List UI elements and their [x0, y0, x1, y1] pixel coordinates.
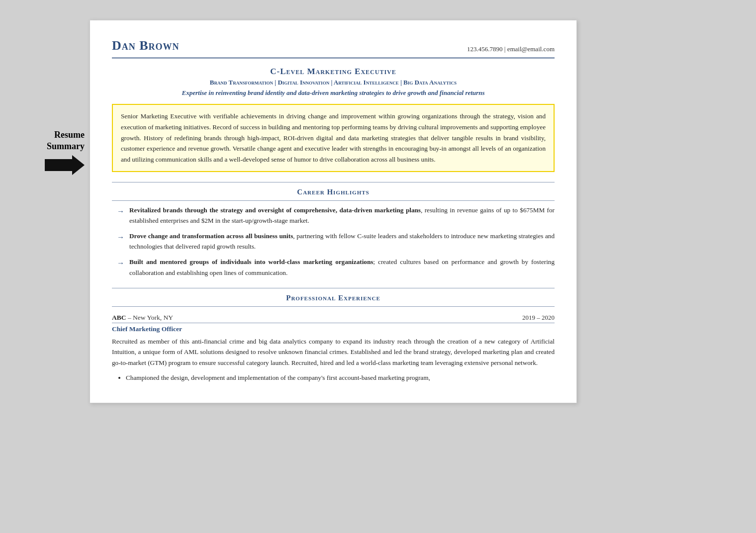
svg-marker-0 — [45, 155, 85, 175]
divider-top — [112, 182, 555, 182]
summary-text: Senior Marketing Executive with verifiab… — [121, 112, 546, 163]
bold-text: Revitalized brands through the strategy … — [129, 206, 421, 214]
annotation-arrow — [45, 155, 85, 175]
career-highlights-section: Career Highlights → Revitalized brands t… — [112, 182, 555, 288]
list-item: → Built and mentored groups of individua… — [117, 257, 555, 277]
contact-info: 123.456.7890 | email@email.com — [467, 45, 555, 53]
arrow-icon — [45, 155, 85, 175]
arrow-bullet-icon: → — [117, 257, 124, 269]
job-header-row: ABC – New York, NY 2019 – 2020 — [112, 313, 555, 322]
candidate-name: Dan Brown — [112, 38, 180, 53]
specialties: Brand Transformation | Digital Innovatio… — [112, 79, 555, 87]
arrow-bullet-icon: → — [117, 205, 124, 217]
company-name: ABC — [112, 314, 126, 321]
list-item-text: Built and mentored groups of individuals… — [129, 257, 555, 277]
career-highlights-title: Career Highlights — [297, 188, 369, 196]
list-item: → Drove change and transformation across… — [117, 231, 555, 252]
list-item: → Revitalized brands through the strateg… — [117, 205, 555, 226]
expertise-line: Expertise in reinventing brand identity … — [112, 89, 555, 97]
annotation-label: Resume Summary — [47, 129, 85, 153]
job-role-title: Chief Marketing Officer — [112, 325, 555, 333]
company-suffix: – New York, NY — [126, 314, 174, 321]
job-divider — [112, 323, 555, 323]
professional-experience-title: Professional Experience — [286, 294, 380, 302]
list-item-text: Drove change and transformation across a… — [129, 231, 555, 252]
tagline-section: C-Level Marketing Executive Brand Transf… — [112, 67, 555, 97]
resume-header: Dan Brown 123.456.7890 | email@email.com — [112, 38, 555, 59]
professional-experience-header: Professional Experience — [112, 293, 555, 302]
divider-bottom-exp — [112, 306, 555, 307]
divider-top-exp — [112, 288, 555, 288]
summary-box: Senior Marketing Executive with verifiab… — [112, 104, 555, 172]
professional-experience-section: Professional Experience ABC – New York, … — [112, 288, 555, 383]
list-item-text: Revitalized brands through the strategy … — [129, 205, 555, 226]
job-title: C-Level Marketing Executive — [112, 67, 555, 77]
resume-summary-annotation: Resume Summary — [20, 129, 90, 175]
bold-text: Built and mentored groups of individuals… — [129, 258, 373, 266]
job-date-range: 2019 – 2020 — [522, 314, 555, 322]
career-highlights-header: Career Highlights — [112, 187, 555, 196]
company-line: ABC – New York, NY — [112, 313, 173, 322]
job-bullet-item: Championed the design, development and i… — [126, 372, 555, 383]
resume-document: Dan Brown 123.456.7890 | email@email.com… — [90, 20, 577, 403]
bold-text: Drove change and transformation across a… — [129, 232, 293, 240]
arrow-bullet-icon: → — [117, 231, 124, 243]
job-description: Recruited as member of this anti-financi… — [112, 336, 555, 368]
job-bullets-list: Championed the design, development and i… — [112, 372, 555, 383]
career-highlights-list: → Revitalized brands through the strateg… — [112, 201, 555, 288]
